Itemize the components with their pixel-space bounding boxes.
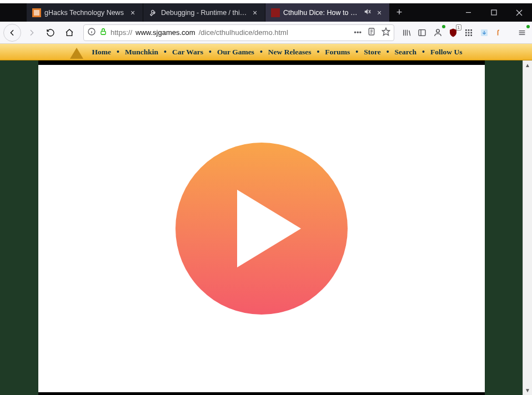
nav-separator: •: [387, 48, 389, 57]
svg-marker-17: [382, 28, 389, 35]
nav-link-search[interactable]: Search: [395, 48, 417, 57]
site-logo-icon[interactable]: [70, 48, 83, 59]
svg-rect-30: [470, 32, 472, 33]
scroll-up-icon[interactable]: ▲: [523, 60, 532, 70]
window-close-button[interactable]: [506, 3, 532, 22]
nav-separator: •: [117, 48, 119, 57]
close-icon[interactable]: ×: [375, 8, 384, 17]
nav-link-munchkin[interactable]: Munchkin: [125, 48, 158, 57]
nav-separator: •: [209, 48, 212, 57]
back-button[interactable]: [3, 24, 21, 42]
new-tab-button[interactable]: +: [390, 3, 409, 22]
notification-dot-icon: [442, 25, 445, 28]
viewport: ▲ ▼: [0, 60, 532, 395]
tab-cthulhu[interactable]: Cthulhu Dice: How to Play ×: [265, 3, 390, 22]
nav-separator: •: [317, 48, 319, 57]
tab-label: Cthulhu Dice: How to Play: [283, 9, 360, 17]
svg-rect-27: [470, 29, 472, 31]
nav-link-store[interactable]: Store: [364, 48, 381, 57]
svg-rect-1: [34, 10, 39, 16]
forward-button[interactable]: [23, 24, 40, 41]
svg-line-21: [409, 31, 410, 36]
nav-separator: •: [260, 48, 263, 57]
nav-link-followus[interactable]: Follow Us: [430, 48, 462, 57]
reload-button[interactable]: [42, 24, 59, 41]
nav-separator: •: [422, 48, 425, 57]
notification-dot-icon: [526, 25, 530, 28]
library-icon[interactable]: [400, 26, 413, 39]
ext-icon-orange[interactable]: [493, 26, 506, 39]
video-player[interactable]: [38, 65, 485, 392]
home-button[interactable]: [61, 24, 78, 41]
svg-rect-2: [271, 8, 280, 17]
bookmark-star-icon[interactable]: [382, 27, 390, 38]
browser-toolbar: https://www.sjgames.com/dice/cthulhudice…: [0, 22, 532, 44]
ublock-badge: 1: [456, 24, 461, 31]
nav-link-ourgames[interactable]: Our Games: [217, 48, 254, 57]
window-controls: [455, 3, 532, 22]
favicon-sjgames: [271, 8, 280, 17]
svg-rect-26: [468, 29, 470, 31]
nav-link-carwars[interactable]: Car Wars: [172, 48, 203, 57]
svg-point-24: [436, 29, 439, 33]
nav-link-home[interactable]: Home: [92, 48, 112, 57]
svg-rect-28: [465, 32, 467, 33]
close-icon[interactable]: ×: [128, 8, 137, 17]
play-button[interactable]: [175, 143, 348, 315]
page-actions-icon[interactable]: •••: [354, 28, 362, 37]
svg-rect-22: [419, 29, 425, 36]
url-host: www.sjgames.com: [135, 28, 195, 37]
page-content: [0, 60, 523, 395]
url-bar[interactable]: https://www.sjgames.com/dice/cthulhudice…: [83, 24, 394, 41]
nav-link-newreleases[interactable]: New Releases: [268, 48, 312, 57]
nav-separator: •: [164, 48, 167, 57]
url-path: /dice/cthulhudice/demo.html: [199, 28, 288, 37]
minimize-button[interactable]: [455, 3, 481, 22]
scroll-down-icon[interactable]: ▼: [523, 386, 532, 395]
close-icon[interactable]: ×: [250, 8, 259, 17]
svg-rect-6: [491, 10, 496, 15]
reader-mode-icon[interactable]: [367, 27, 376, 38]
svg-rect-29: [468, 32, 470, 33]
nav-link-forums[interactable]: Forums: [325, 48, 350, 57]
sidebar-icon[interactable]: [415, 26, 429, 39]
site-nav-bar: Home• Munchkin• Car Wars• Our Games• New…: [0, 44, 532, 60]
url-scheme: https://: [111, 28, 132, 37]
ublock-icon[interactable]: 1: [446, 26, 460, 39]
wrench-icon: [149, 8, 158, 17]
tab-label: Debugging - Runtime / this-fir: [161, 9, 247, 17]
favicon-ghacks: [32, 8, 41, 17]
apps-grid-icon[interactable]: [462, 26, 475, 39]
play-icon: [237, 190, 301, 267]
nav-separator: •: [355, 48, 358, 57]
lock-icon[interactable]: [99, 28, 107, 37]
tab-strip: gHacks Technology News × Debugging - Run…: [0, 3, 532, 22]
mute-icon[interactable]: [364, 8, 372, 17]
video-player-frame: [38, 60, 485, 395]
svg-rect-33: [470, 34, 472, 36]
tab-label: gHacks Technology News: [44, 9, 125, 17]
tab-debugging[interactable]: Debugging - Runtime / this-fir ×: [143, 3, 265, 22]
svg-rect-32: [468, 34, 470, 36]
svg-rect-12: [101, 31, 106, 34]
vertical-scrollbar[interactable]: ▲ ▼: [523, 60, 532, 395]
download-ext-icon[interactable]: [478, 26, 491, 39]
account-icon[interactable]: [431, 26, 444, 39]
maximize-button[interactable]: [481, 3, 506, 22]
tabstrip-leading-spacer: [0, 3, 27, 22]
info-icon[interactable]: [87, 27, 96, 38]
tabstrip-spacer: [409, 3, 455, 22]
svg-rect-31: [465, 34, 467, 36]
svg-rect-25: [465, 29, 467, 31]
tab-ghacks[interactable]: gHacks Technology News ×: [27, 3, 143, 22]
menu-icon[interactable]: [515, 26, 529, 39]
